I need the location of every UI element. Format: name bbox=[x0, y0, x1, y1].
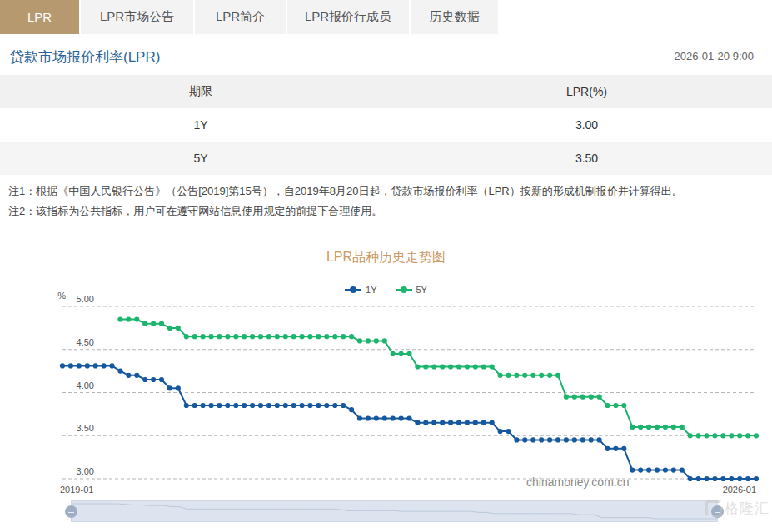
chart-title: LPR品种历史走势图 bbox=[0, 249, 772, 266]
table-header-row: 期限 LPR(%) bbox=[0, 75, 772, 108]
datazoom-left-handle-icon[interactable] bbox=[65, 505, 77, 518]
svg-text:chinamoney.com.cn: chinamoney.com.cn bbox=[526, 475, 629, 489]
term-1y: 1Y bbox=[0, 118, 401, 132]
quote-timestamp: 2026-01-20 9:00 bbox=[675, 50, 754, 62]
svg-text:3.50: 3.50 bbox=[77, 423, 94, 433]
tab-historical-data[interactable]: 历史数据 bbox=[411, 0, 498, 34]
svg-text:4.00: 4.00 bbox=[77, 380, 94, 390]
term-5y: 5Y bbox=[0, 152, 401, 165]
svg-text:5.00: 5.00 bbox=[77, 294, 94, 304]
svg-text:2026-01: 2026-01 bbox=[723, 485, 756, 495]
gelonghui-logo-text: 格隆汇 bbox=[725, 499, 770, 518]
footnote-2: 注2：该指标为公共指标，用户可在遵守网站信息使用规定的前提下合理使用。 bbox=[8, 201, 683, 221]
tab-lpr-market-announcements[interactable]: LPR市场公告 bbox=[81, 0, 193, 34]
datazoom-data-shadow bbox=[72, 501, 717, 521]
svg-text:%: % bbox=[57, 291, 66, 301]
chart-datazoom-slider[interactable] bbox=[71, 500, 718, 522]
page-title: 贷款市场报价利率(LPR) bbox=[10, 47, 160, 67]
table-row-1y: 1Y 3.00 bbox=[0, 108, 772, 142]
lpr-rate-table: 期限 LPR(%) 1Y 3.00 5Y 3.50 bbox=[0, 75, 772, 175]
tab-lpr-quoting-banks[interactable]: LPR报价行成员 bbox=[287, 0, 409, 34]
tab-lpr-introduction[interactable]: LPR简介 bbox=[195, 0, 286, 34]
rate-1y: 3.00 bbox=[401, 118, 772, 132]
svg-text:2019-01: 2019-01 bbox=[60, 485, 93, 495]
gelonghui-logo-icon bbox=[705, 500, 722, 517]
column-header-term: 期限 bbox=[0, 84, 401, 99]
tab-bar: LPR LPR市场公告 LPR简介 LPR报价行成员 历史数据 bbox=[0, 0, 772, 34]
column-header-lpr: LPR(%) bbox=[401, 85, 772, 98]
gelonghui-logo-watermark: 格隆汇 bbox=[705, 499, 770, 518]
lpr-history-line-chart: 3.003.504.004.505.00%2019-012026-01china… bbox=[0, 291, 772, 500]
footnote-1: 注1：根据《中国人民银行公告》（公告[2019]第15号），自2019年8月20… bbox=[8, 181, 683, 201]
footnotes: 注1：根据《中国人民银行公告》（公告[2019]第15号），自2019年8月20… bbox=[8, 181, 683, 221]
svg-text:4.50: 4.50 bbox=[77, 337, 94, 347]
svg-text:3.00: 3.00 bbox=[77, 466, 94, 476]
rate-5y: 3.50 bbox=[401, 152, 772, 165]
tab-lpr[interactable]: LPR bbox=[0, 0, 79, 34]
lpr-page: LPR LPR市场公告 LPR简介 LPR报价行成员 历史数据 贷款市场报价利率… bbox=[0, 0, 772, 532]
table-row-5y: 5Y 3.50 bbox=[0, 142, 772, 175]
